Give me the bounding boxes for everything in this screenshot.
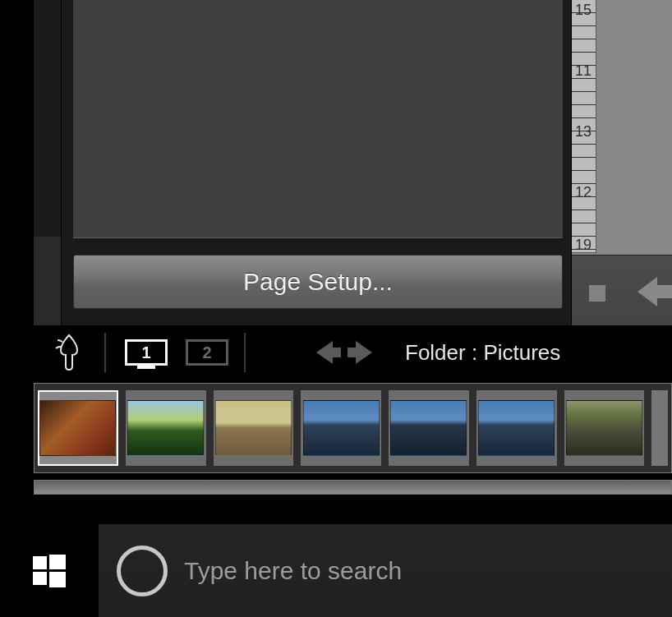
- filmstrip-toolbar: 1 2 Folder : Pictures: [34, 325, 672, 380]
- page-setup-button[interactable]: Page Setup...: [73, 255, 563, 309]
- touch-pointer-icon[interactable]: [34, 325, 104, 380]
- right-toolbar: [572, 255, 672, 325]
- view-number: 2: [202, 343, 211, 362]
- filmstrip-scrollbar[interactable]: [34, 480, 672, 495]
- thumb-7[interactable]: [564, 390, 645, 466]
- thumb-8-partial[interactable]: [651, 390, 668, 466]
- ruler-mark: 19: [575, 237, 591, 254]
- thumb-1[interactable]: [38, 390, 118, 466]
- filmstrip[interactable]: [34, 383, 672, 473]
- prev-image-arrow-icon[interactable]: [316, 341, 333, 364]
- svg-rect-3: [49, 572, 66, 587]
- svg-rect-2: [33, 572, 47, 585]
- svg-rect-1: [49, 555, 66, 569]
- view-single-button[interactable]: 1: [124, 339, 168, 366]
- search-box[interactable]: Type here to search: [99, 524, 672, 617]
- ruler-mark: 12: [575, 184, 591, 201]
- thumb-image: [390, 400, 467, 456]
- preview-area[interactable]: [73, 0, 563, 238]
- thumb-4[interactable]: [301, 390, 381, 466]
- thumb-image: [303, 400, 380, 456]
- windows-taskbar: Type here to search: [0, 524, 672, 617]
- view-compare-button[interactable]: 2: [185, 339, 229, 366]
- vertical-ruler: 15 11 13 12 19: [572, 0, 596, 253]
- cortana-icon: [117, 546, 168, 596]
- ruler-mark: 15: [575, 2, 591, 19]
- thumb-image: [127, 400, 204, 456]
- next-image-arrow-icon[interactable]: [356, 341, 372, 364]
- thumb-image: [215, 400, 292, 456]
- thumb-5[interactable]: [389, 390, 469, 466]
- stop-button[interactable]: [589, 285, 605, 302]
- thumb-3[interactable]: [214, 390, 294, 466]
- thumb-image: [478, 400, 555, 456]
- path-prefix: Folder :: [405, 340, 477, 365]
- thumb-2[interactable]: [126, 390, 206, 466]
- search-placeholder: Type here to search: [184, 557, 402, 585]
- svg-rect-0: [33, 556, 47, 569]
- start-button[interactable]: [0, 524, 99, 617]
- ruler-mark: 11: [575, 62, 591, 80]
- preview-panel: Page Setup...: [61, 0, 572, 325]
- view-number: 1: [141, 343, 150, 362]
- toolbar-separator: [244, 333, 246, 372]
- path-label[interactable]: Folder : Pictures: [405, 340, 560, 366]
- previous-page-arrow-icon[interactable]: [637, 277, 657, 306]
- toolbar-separator: [104, 333, 106, 372]
- grid-view-icon[interactable]: [264, 338, 293, 367]
- thumb-6[interactable]: [476, 390, 557, 466]
- thumb-image: [566, 400, 642, 456]
- windows-logo-icon: [33, 555, 66, 587]
- path-value: Pictures: [483, 340, 560, 365]
- panel-left-margin-dark: [34, 0, 61, 237]
- ruler-column: 15 11 13 12 19: [572, 0, 672, 255]
- ruler-mark: 13: [575, 123, 591, 140]
- thumb-image: [39, 400, 116, 456]
